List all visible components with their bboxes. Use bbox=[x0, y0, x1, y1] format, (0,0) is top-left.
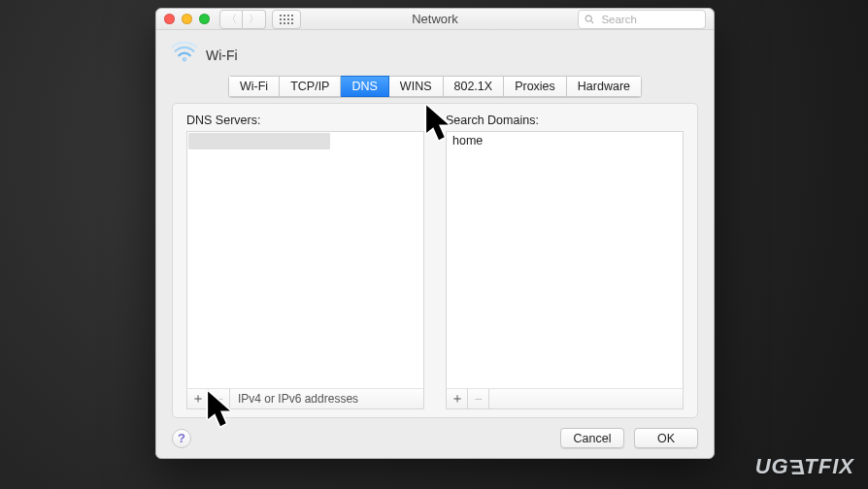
search-domains-label: Search Domains: bbox=[446, 114, 684, 127]
window-body: Wi-Fi Wi-Fi TCP/IP DNS WINS 802.1X Proxi… bbox=[156, 30, 714, 458]
search-domain-row[interactable]: home bbox=[447, 132, 683, 148]
dns-servers-footer: ＋ − IPv4 or IPv6 addresses bbox=[186, 388, 424, 409]
minus-icon: − bbox=[215, 391, 222, 407]
window-controls bbox=[164, 14, 210, 24]
add-search-domain-button[interactable]: ＋ bbox=[447, 389, 468, 408]
back-button[interactable]: 〈 bbox=[219, 10, 243, 29]
tab-wins[interactable]: WINS bbox=[389, 76, 444, 97]
forward-button[interactable]: 〉 bbox=[243, 10, 266, 29]
titlebar: 〈 〉 Network bbox=[156, 9, 714, 30]
grid-icon bbox=[280, 15, 293, 24]
ok-button[interactable]: OK bbox=[634, 428, 698, 448]
nav-buttons: 〈 〉 bbox=[219, 10, 266, 29]
search-domains-footer: ＋ − bbox=[446, 388, 684, 409]
tab-proxies[interactable]: Proxies bbox=[504, 76, 567, 97]
chevron-left-icon: 〈 bbox=[226, 12, 237, 26]
dns-server-row-redacted[interactable] bbox=[188, 133, 330, 149]
show-all-button[interactable] bbox=[272, 10, 301, 29]
plus-icon: ＋ bbox=[191, 390, 205, 408]
tabs: Wi-Fi TCP/IP DNS WINS 802.1X Proxies Har… bbox=[172, 76, 698, 97]
connection-header: Wi-Fi bbox=[172, 42, 698, 68]
minimize-window-button[interactable] bbox=[182, 14, 192, 24]
chevron-right-icon: 〉 bbox=[249, 12, 259, 26]
zoom-window-button[interactable] bbox=[199, 14, 210, 24]
add-dns-server-button[interactable]: ＋ bbox=[187, 389, 209, 408]
dns-pane: DNS Servers: ＋ − IPv4 or IPv6 addresses bbox=[172, 103, 698, 418]
remove-dns-server-button[interactable]: − bbox=[209, 389, 230, 408]
tab-wifi[interactable]: Wi-Fi bbox=[228, 76, 280, 97]
cancel-button[interactable]: Cancel bbox=[560, 428, 624, 448]
close-window-button[interactable] bbox=[164, 14, 175, 24]
wifi-icon bbox=[172, 42, 197, 68]
addr-hint: IPv4 or IPv6 addresses bbox=[238, 392, 358, 406]
dns-servers-column: DNS Servers: ＋ − IPv4 or IPv6 addresses bbox=[186, 114, 424, 409]
tab-dns[interactable]: DNS bbox=[341, 76, 388, 97]
search-domains-column: Search Domains: home ＋ − bbox=[446, 114, 684, 409]
connection-name: Wi-Fi bbox=[206, 48, 238, 63]
tab-tcpip[interactable]: TCP/IP bbox=[280, 76, 341, 97]
dns-servers-label: DNS Servers: bbox=[186, 114, 424, 127]
remove-search-domain-button[interactable]: − bbox=[468, 389, 489, 408]
dns-servers-list[interactable] bbox=[186, 131, 424, 388]
tab-hardware[interactable]: Hardware bbox=[567, 76, 642, 97]
search-input[interactable] bbox=[599, 13, 699, 26]
plus-icon: ＋ bbox=[451, 390, 464, 408]
minus-icon: − bbox=[474, 391, 482, 407]
watermark: UGETFIX bbox=[755, 454, 854, 479]
preferences-window: 〈 〉 Network bbox=[155, 8, 715, 459]
search-domains-list[interactable]: home bbox=[446, 131, 684, 388]
search-field[interactable] bbox=[578, 10, 706, 29]
bottom-bar: ? Cancel OK bbox=[172, 428, 698, 448]
tab-8021x[interactable]: 802.1X bbox=[444, 76, 505, 97]
help-button[interactable]: ? bbox=[172, 429, 191, 448]
search-icon bbox=[584, 14, 594, 25]
